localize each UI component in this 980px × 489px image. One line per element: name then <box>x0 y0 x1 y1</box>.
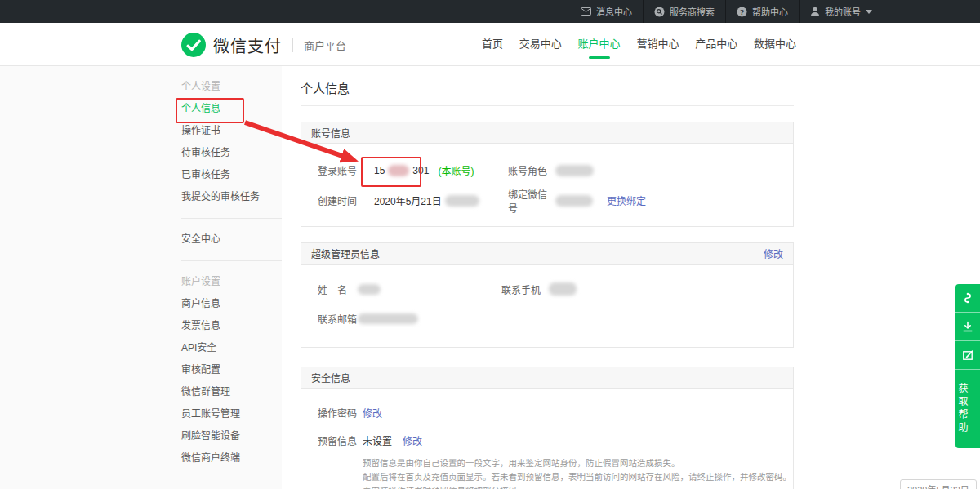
nav-item-product-center[interactable]: 产品中心 <box>695 23 737 65</box>
created-time-label: 创建时间 <box>318 193 374 207</box>
reserved-info-description: 预留信息是由你自己设置的一段文字，用来鉴定网站身份，防止假冒网站造成损失。 配置… <box>363 456 793 489</box>
nav-item-account-center[interactable]: 账户中心 <box>578 23 621 65</box>
sidebar-item-operation-certificate[interactable]: 操作证书 <box>181 120 282 142</box>
sidebar-item-merchant-info[interactable]: 商户信息 <box>181 293 282 315</box>
operation-password-value: 修改 <box>363 406 793 420</box>
password-modify-link[interactable]: 修改 <box>363 406 382 420</box>
sidebar-divider <box>181 260 282 261</box>
header: 微信支付 商户平台 首页 交易中心 账户中心 营销中心 产品中心 数据中心 <box>0 23 980 66</box>
admin-modify-link[interactable]: 修改 <box>764 247 783 260</box>
nav-item-transaction-center[interactable]: 交易中心 <box>519 23 562 65</box>
change-binding-link[interactable]: 更换绑定 <box>607 193 646 207</box>
floating-link-button[interactable] <box>956 284 980 313</box>
user-icon <box>810 7 820 16</box>
sidebar-item-pending-review-tasks[interactable]: 待审核任务 <box>181 142 282 164</box>
topbar-item-label: 我的账号 <box>825 5 861 18</box>
sidebar-section-account-settings: 账户设置 <box>181 271 282 293</box>
sidebar-item-reviewed-tasks[interactable]: 已审核任务 <box>181 164 282 186</box>
wechat-pay-logo-icon <box>181 33 206 57</box>
description-line: 配置后将在首页及充值页面显示。若未看到预留信息，表明当前访问的网站存在风险，请终… <box>363 470 793 484</box>
sidebar-item-invoice-info[interactable]: 发票信息 <box>181 315 282 337</box>
login-account-label: 登录账号 <box>318 163 374 177</box>
reserved-modify-link[interactable]: 修改 <box>403 433 422 447</box>
sidebar-item-staff-account-management[interactable]: 员工账号管理 <box>181 403 282 425</box>
nav-item-marketing-center[interactable]: 营销中心 <box>636 23 679 65</box>
svg-text:?: ? <box>740 7 745 16</box>
reserved-info-label: 预留信息 <box>318 433 363 447</box>
brand: 微信支付 商户平台 <box>181 33 346 57</box>
topbar-item-label: 帮助中心 <box>752 5 788 18</box>
admin-name-label: 姓 名 <box>318 282 358 296</box>
sidebar: 个人设置 个人信息 操作证书 待审核任务 已审核任务 我提交的审核任务 安全中心… <box>0 66 282 489</box>
sidebar-item-personal-info[interactable]: 个人信息 <box>181 98 282 120</box>
nav-item-home[interactable]: 首页 <box>482 23 503 65</box>
get-help-button[interactable]: 获取帮助 <box>956 370 969 448</box>
topbar-item-label: 消息中心 <box>596 5 632 18</box>
page-container: 消息中心 服务商搜索 ? 帮助中心 我的账号 微信支付 商户平台 <box>0 0 980 489</box>
main-content: 个人信息 账号信息 登录账号 15 301 (本账号) <box>282 66 980 489</box>
bound-wechat-label: 绑定微信号 <box>508 187 555 215</box>
login-account-prefix: 15 <box>374 165 385 176</box>
topbar: 消息中心 服务商搜索 ? 帮助中心 我的账号 <box>0 0 980 23</box>
floating-download-button[interactable] <box>956 313 980 341</box>
card-title: 账号信息 <box>311 126 350 140</box>
admin-row-2: 联系邮箱 <box>301 304 793 333</box>
topbar-item-help-center[interactable]: ? 帮助中心 <box>725 0 799 23</box>
security-info-card: 安全信息 操作密码 修改 预留信息 未设置 修改 <box>301 367 794 489</box>
admin-phone-label: 联系手机 <box>501 282 549 296</box>
account-info-card-header: 账号信息 <box>301 122 793 144</box>
floating-edit-button[interactable] <box>956 341 980 370</box>
mail-icon <box>581 7 591 16</box>
account-row-1: 登录账号 15 301 (本账号) 账号角色 <box>301 155 793 185</box>
description-line: 预留信息是由你自己设置的一段文字，用来鉴定网站身份，防止假冒网站造成损失。 <box>363 456 793 470</box>
sidebar-item-security-center[interactable]: 安全中心 <box>181 229 282 251</box>
created-date-text: 2020年5月21日 <box>374 193 442 207</box>
security-info-card-header: 安全信息 <box>301 367 793 389</box>
description-line: 未安装操作证书时预留信息将被部分掩码。 <box>363 484 793 489</box>
account-row-2: 创建时间 2020年5月21日 绑定微信号 更换绑定 <box>301 185 793 216</box>
card-title: 安全信息 <box>311 371 350 385</box>
admin-name-value <box>358 284 501 295</box>
download-icon <box>961 320 974 333</box>
login-account-value: 15 301 (本账号) <box>374 163 508 177</box>
sidebar-item-wechat-merchant-terminal[interactable]: 微信商户终端 <box>181 447 282 469</box>
super-admin-card-body: 姓 名 联系手机 联系邮箱 <box>301 265 793 347</box>
masked-wechat-id <box>555 195 593 207</box>
brand-separator <box>292 38 293 52</box>
sidebar-item-api-security[interactable]: API安全 <box>181 337 282 359</box>
main-nav: 首页 交易中心 账户中心 营销中心 产品中心 数据中心 <box>482 23 796 65</box>
sidebar-section-personal-settings: 个人设置 <box>181 76 282 98</box>
sidebar-item-my-submitted-tasks[interactable]: 我提交的审核任务 <box>181 186 282 208</box>
admin-row-1: 姓 名 联系手机 <box>301 274 793 304</box>
topbar-item-message-center[interactable]: 消息中心 <box>570 0 643 23</box>
bound-wechat-value: 更换绑定 <box>555 193 793 207</box>
topbar-links: 消息中心 服务商搜索 ? 帮助中心 我的账号 <box>570 0 883 23</box>
masked-admin-name <box>358 284 381 295</box>
login-account-suffix: 301 <box>412 165 429 176</box>
topbar-item-provider-search[interactable]: 服务商搜索 <box>643 0 725 23</box>
security-row-password: 操作密码 修改 <box>301 398 793 426</box>
link-icon <box>961 291 974 305</box>
title-divider <box>301 105 794 106</box>
masked-account-role <box>555 165 594 176</box>
topbar-item-my-account[interactable]: 我的账号 <box>799 0 883 23</box>
created-time-value: 2020年5月21日 <box>374 193 508 207</box>
operation-password-label: 操作密码 <box>318 406 363 420</box>
admin-email-value <box>358 313 501 324</box>
sidebar-divider <box>181 218 282 219</box>
super-admin-card-header: 超级管理员信息 修改 <box>301 243 793 265</box>
nav-item-data-center[interactable]: 数据中心 <box>754 23 796 65</box>
reserved-info-value: 未设置 修改 <box>363 433 793 447</box>
sidebar-item-review-config[interactable]: 审核配置 <box>181 359 282 381</box>
page-title: 个人信息 <box>301 81 794 97</box>
content-column: 个人信息 账号信息 登录账号 15 301 (本账号) <box>301 66 794 489</box>
sidebar-item-wechat-group-management[interactable]: 微信群管理 <box>181 381 282 403</box>
reserved-info-status: 未设置 <box>363 433 392 447</box>
account-role-value <box>555 165 793 176</box>
brand-portal-label: 商户平台 <box>304 38 346 53</box>
sidebar-item-face-smart-device[interactable]: 刷脸智能设备 <box>181 425 282 447</box>
current-account-note: (本账号) <box>438 163 474 177</box>
super-admin-card: 超级管理员信息 修改 姓 名 联系手机 联 <box>301 242 794 348</box>
topbar-item-label: 服务商搜索 <box>670 5 715 18</box>
date-tooltip: 2020年5月22日 <box>900 479 977 489</box>
